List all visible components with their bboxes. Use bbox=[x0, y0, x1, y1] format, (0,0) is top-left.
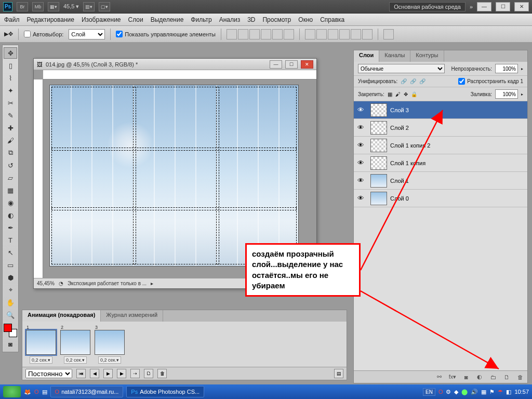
tray-icon[interactable]: ▦ bbox=[481, 389, 486, 395]
distribute-btn[interactable] bbox=[316, 29, 327, 39]
tab-measurements[interactable]: Журнал измерений bbox=[101, 310, 163, 322]
layer-row[interactable]: 👁Слой 1 копия bbox=[354, 154, 527, 172]
mask-icon[interactable]: ◙ bbox=[462, 373, 470, 381]
clock[interactable]: 10:57 bbox=[514, 389, 529, 395]
doc-maximize[interactable]: ☐ bbox=[285, 60, 298, 69]
menu-analysis[interactable]: Анализ bbox=[219, 16, 241, 23]
layer-row[interactable]: 👁Слой 1 копия 2 bbox=[354, 137, 527, 154]
quicklaunch-icon[interactable]: ▤ bbox=[42, 389, 47, 395]
duplicate-frame-btn[interactable]: 🗋 bbox=[144, 369, 153, 378]
new-layer-icon[interactable]: 🗋 bbox=[502, 373, 511, 381]
tab-paths[interactable]: Контуры bbox=[410, 50, 444, 62]
tab-layers[interactable]: Слои bbox=[354, 50, 379, 62]
tab-animation[interactable]: Анимация (покадровая) bbox=[22, 310, 101, 322]
status-info-icon[interactable]: ◔ bbox=[59, 281, 63, 286]
menu-help[interactable]: Справка bbox=[320, 16, 344, 23]
3d-tool[interactable]: ⬢ bbox=[4, 272, 17, 283]
minimize-button[interactable]: — bbox=[477, 2, 491, 11]
tray-icon[interactable]: ◆ bbox=[454, 389, 458, 395]
layer-row[interactable]: 👁Слой 0 bbox=[354, 190, 527, 207]
unify-icon[interactable]: 🔗 bbox=[410, 78, 416, 84]
visibility-icon[interactable]: 👁 bbox=[354, 177, 367, 184]
layer-name[interactable]: Слой 0 bbox=[390, 195, 527, 202]
quicklaunch-icon[interactable]: O bbox=[34, 389, 39, 395]
align-btn[interactable] bbox=[261, 29, 271, 39]
opacity-input[interactable] bbox=[495, 64, 518, 73]
canvas[interactable] bbox=[49, 85, 299, 267]
tray-antivirus-icon[interactable]: ☂ bbox=[498, 389, 503, 395]
group-icon[interactable]: 🗀 bbox=[489, 373, 497, 381]
unify-icon[interactable]: 🔗 bbox=[419, 78, 425, 84]
3d-camera-tool[interactable]: ⌖ bbox=[4, 284, 17, 296]
tween-btn[interactable]: ⇢ bbox=[130, 369, 140, 378]
zoom-tool[interactable]: 🔍 bbox=[4, 309, 17, 321]
menu-file[interactable]: Файл bbox=[4, 16, 20, 23]
menu-view[interactable]: Просмотр bbox=[262, 16, 291, 23]
tray-icon[interactable]: ⚙ bbox=[446, 389, 451, 395]
align-btn[interactable] bbox=[227, 29, 237, 39]
menu-image[interactable]: Изображение bbox=[82, 16, 121, 23]
visibility-icon[interactable]: 👁 bbox=[354, 159, 367, 167]
wand-tool[interactable]: ✦ bbox=[4, 85, 17, 96]
delete-frame-btn[interactable]: 🗑 bbox=[157, 369, 167, 378]
layer-thumbnail[interactable] bbox=[370, 139, 387, 152]
fill-slider-icon[interactable]: ▸ bbox=[521, 92, 523, 97]
unify-icon[interactable]: 🔗 bbox=[401, 78, 407, 84]
menu-3d[interactable]: 3D bbox=[247, 16, 255, 23]
foreground-color[interactable] bbox=[4, 324, 12, 332]
hand-tool[interactable]: ✋ bbox=[4, 297, 17, 308]
zoom-level[interactable]: 45,5 ▾ bbox=[63, 3, 79, 10]
layer-row[interactable]: 👁Слой 1 bbox=[354, 172, 527, 190]
opacity-slider-icon[interactable]: ▸ bbox=[521, 66, 523, 71]
loop-select[interactable]: Постоянно bbox=[25, 369, 72, 378]
brush-tool[interactable]: 🖌 bbox=[4, 135, 17, 146]
next-frame-btn[interactable]: ▶ bbox=[117, 369, 126, 378]
quickmask-toggle[interactable]: ◙ bbox=[4, 338, 17, 350]
lock-position-icon[interactable]: ✥ bbox=[404, 91, 408, 97]
close-app-button[interactable]: ✕ bbox=[514, 2, 529, 11]
arrange-docs-button[interactable]: ▥▾ bbox=[83, 2, 95, 11]
visibility-icon[interactable]: 👁 bbox=[354, 194, 367, 202]
layer-row[interactable]: 👁Слой 3 bbox=[354, 101, 527, 119]
adjustment-icon[interactable]: ◐ bbox=[475, 373, 484, 381]
first-frame-btn[interactable]: ⏮ bbox=[76, 369, 86, 378]
distribute-btn[interactable] bbox=[328, 29, 338, 39]
frame-delay[interactable]: 0,2 сек.▾ bbox=[64, 356, 87, 364]
visibility-icon[interactable]: 👁 bbox=[354, 106, 367, 114]
blend-mode-select[interactable]: Обычные bbox=[358, 64, 445, 73]
autoselect-checkbox[interactable]: Автовыбор: bbox=[24, 31, 63, 37]
ruler-vertical[interactable] bbox=[34, 79, 43, 278]
animation-frame[interactable]: 20,2 сек.▾ bbox=[60, 325, 91, 364]
eyedropper-tool[interactable]: ✎ bbox=[4, 110, 17, 121]
blur-tool[interactable]: ◉ bbox=[4, 197, 17, 208]
distribute-btn[interactable] bbox=[362, 29, 373, 39]
layer-name[interactable]: Слой 3 bbox=[390, 107, 527, 113]
tray-icon[interactable]: ⚑ bbox=[489, 389, 495, 395]
heal-tool[interactable]: ✚ bbox=[4, 122, 17, 134]
propagate-checkbox[interactable]: Распространить кадр 1 bbox=[458, 78, 523, 85]
pen-tool[interactable]: ✒ bbox=[4, 222, 17, 233]
type-tool[interactable]: T bbox=[4, 234, 17, 246]
history-brush-tool[interactable]: ↺ bbox=[4, 159, 17, 171]
marquee-tool[interactable]: ▯ bbox=[4, 60, 17, 71]
start-button[interactable] bbox=[3, 386, 21, 397]
stamp-tool[interactable]: ⧉ bbox=[4, 147, 17, 158]
fx-icon[interactable]: fx▾ bbox=[448, 373, 457, 381]
path-select-tool[interactable]: ↖ bbox=[4, 247, 17, 258]
layer-name[interactable]: Слой 2 bbox=[390, 125, 527, 131]
menu-layers[interactable]: Слои bbox=[128, 16, 143, 23]
quicklaunch-icon[interactable]: 🦊 bbox=[24, 389, 31, 395]
tray-icon[interactable]: ◧ bbox=[506, 389, 511, 395]
layer-name[interactable]: Слой 1 bbox=[390, 178, 527, 184]
distribute-btn[interactable] bbox=[339, 29, 350, 39]
menu-select[interactable]: Выделение bbox=[151, 16, 184, 23]
workspace-more[interactable]: » bbox=[470, 4, 473, 10]
workspace-switcher[interactable]: Основная рабочая среда bbox=[389, 2, 466, 11]
visibility-icon[interactable]: 👁 bbox=[354, 141, 367, 149]
status-menu-icon[interactable]: ▸ bbox=[151, 281, 153, 286]
autoselect-target[interactable]: Слой bbox=[69, 29, 105, 39]
task-photoshop[interactable]: PsAdobe Photoshop CS... bbox=[126, 386, 204, 397]
layer-name[interactable]: Слой 1 копия 2 bbox=[390, 142, 527, 149]
language-indicator[interactable]: EN bbox=[423, 388, 435, 396]
doc-minimize[interactable]: — bbox=[270, 60, 282, 69]
